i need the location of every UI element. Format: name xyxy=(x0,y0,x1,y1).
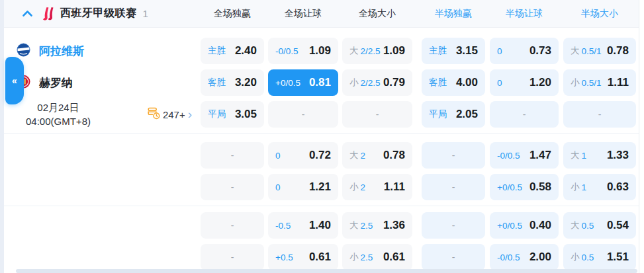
odds-value: 3.15 xyxy=(456,44,478,58)
odds-line-label: 客胜 xyxy=(429,77,447,89)
odds-value: 1.21 xyxy=(309,180,331,194)
odds-line-label: 小0.5 xyxy=(571,251,594,263)
over-under-prefix: 小 xyxy=(349,181,359,193)
odds-value: 2.40 xyxy=(235,44,257,58)
line-value: 2/2.5 xyxy=(361,78,381,88)
odds-line-label: -0/0.5 xyxy=(275,46,299,56)
odds-value: 1.47 xyxy=(529,149,551,162)
odds-line-label: 大2.5 xyxy=(349,219,373,231)
laliga-logo-icon xyxy=(42,7,54,21)
collapse-sidebar-button[interactable]: « xyxy=(5,57,24,104)
odds-cell[interactable]: 大2/2.51.09 xyxy=(342,38,412,64)
odds-value: 1.11 xyxy=(608,76,629,89)
odds-cell[interactable]: -0/0.51.47 xyxy=(490,142,559,169)
horizontal-scrollbar[interactable] xyxy=(16,269,637,273)
odds-cell[interactable]: 小2/2.50.79 xyxy=(342,69,412,96)
line-value: 0 xyxy=(497,46,502,56)
odds-cell[interactable]: 小0.5/11.11 xyxy=(563,69,636,96)
over-under-prefix: 大 xyxy=(349,45,359,57)
over-under-prefix: 小 xyxy=(349,251,359,263)
odds-line-label: +0/0.5 xyxy=(275,78,300,88)
home-team-logo-icon xyxy=(17,43,30,59)
match-datetime: 02月24日 04:00(GMT+8) xyxy=(8,100,109,128)
line-value: 0 xyxy=(275,182,281,192)
odds-cell[interactable]: 大20.78 xyxy=(342,142,412,169)
odds-cell[interactable]: 01.20 xyxy=(490,69,559,96)
odds-cell[interactable]: 小21.11 xyxy=(342,174,412,200)
odds-cell[interactable]: +0/0.50.40 xyxy=(490,212,559,239)
odds-cell[interactable]: 客胜4.00 xyxy=(422,69,485,96)
over-under-prefix: 大 xyxy=(349,219,359,231)
odds-cell[interactable]: 主胜3.15 xyxy=(422,38,485,64)
odds-cell[interactable]: 大0.50.54 xyxy=(563,212,636,239)
odds-value: 1.51 xyxy=(607,251,629,264)
match-left-slot: 赫罗纳 xyxy=(4,69,201,96)
odds-value: 3.05 xyxy=(235,108,257,121)
league-header-left: 西班牙甲级联赛 1 xyxy=(4,7,201,21)
odds-cell[interactable]: -0.51.40 xyxy=(268,212,338,239)
odds-value: 0.63 xyxy=(607,180,629,194)
odds-rows: 阿拉维斯 主胜2.40-0/0.51.09大2/2.51.09主胜3.1500.… xyxy=(4,28,639,270)
odds-cell[interactable]: 小0.51.51 xyxy=(563,244,636,270)
over-under-prefix: 大 xyxy=(571,45,580,57)
odds-line-label: 大0.5 xyxy=(571,219,594,231)
odds-cell[interactable]: 小10.63 xyxy=(563,174,636,200)
odds-line-label: +0/0.5 xyxy=(497,182,522,192)
odds-line-label: -0/0.5 xyxy=(497,151,520,161)
line-value: 2 xyxy=(361,151,366,161)
odds-cell-selected[interactable]: +0/0.50.81 xyxy=(268,69,338,96)
line-value: 平局 xyxy=(429,108,447,120)
column-header-full-0: 全场独赢 xyxy=(201,0,264,27)
line-value: 0 xyxy=(275,151,281,161)
odds-line-label: 大1 xyxy=(571,149,586,161)
odds-cell[interactable]: 大2.51.36 xyxy=(342,212,412,239)
more-markets-link[interactable]: 247+ › xyxy=(148,107,192,122)
home-team-name[interactable]: 阿拉维斯 xyxy=(39,44,84,59)
odds-cell[interactable]: -0/0.52.00 xyxy=(490,244,559,270)
odds-value: 0.72 xyxy=(309,149,331,162)
odds-cell[interactable]: 大11.33 xyxy=(563,142,636,169)
odds-line-label: 大2 xyxy=(349,149,365,161)
odds-value: 1.33 xyxy=(607,149,629,162)
odds-cell-empty: - xyxy=(201,142,264,169)
line-value: 2.5 xyxy=(361,253,373,262)
line-value: 0.5/1 xyxy=(582,78,602,88)
bet-records-icon xyxy=(148,107,160,122)
match-left-slot xyxy=(4,244,201,270)
odds-value: 0.40 xyxy=(529,219,551,232)
odds-value: 1.09 xyxy=(383,44,405,58)
odds-value: 1.11 xyxy=(384,180,405,194)
double-left-chevron-icon: « xyxy=(12,75,17,86)
odds-column-headers: 全场独赢全场让球全场大小半场独赢半场让球半场大小 xyxy=(201,0,636,27)
odds-line-label: +0.5 xyxy=(275,253,293,262)
odds-cell-empty: - xyxy=(490,101,559,128)
odds-line-label: 小2.5 xyxy=(349,251,373,263)
line-value: 主胜 xyxy=(208,45,226,57)
odds-cell[interactable]: 01.21 xyxy=(268,174,338,200)
collapse-league-button[interactable] xyxy=(22,10,33,17)
odds-line-label: +0/0.5 xyxy=(497,221,522,231)
odds-cell[interactable]: 00.72 xyxy=(268,142,338,169)
odds-cell[interactable]: 主胜2.40 xyxy=(201,38,264,64)
line-value: -0/0.5 xyxy=(275,46,299,56)
odds-cell[interactable]: 客胜3.20 xyxy=(201,69,264,96)
odds-line-label: -0/0.5 xyxy=(497,253,520,262)
odds-row: --0.51.40大2.51.36-+0/0.50.40大0.50.54 xyxy=(4,212,639,239)
odds-cell[interactable]: 小2.50.61 xyxy=(342,244,412,270)
column-header-full-2: 全场大小 xyxy=(342,0,412,27)
odds-line-label: 主胜 xyxy=(208,45,226,57)
over-under-prefix: 大 xyxy=(349,149,359,161)
odds-cell[interactable]: 平局3.05 xyxy=(201,101,264,128)
odds-cell[interactable]: +0.50.61 xyxy=(268,244,338,270)
match-left-slot xyxy=(4,142,201,169)
odds-line-label: 0 xyxy=(275,182,281,192)
league-name[interactable]: 西班牙甲级联赛 xyxy=(60,7,137,20)
odds-cell[interactable]: 平局2.05 xyxy=(422,101,485,128)
line-value: 2.5 xyxy=(361,221,373,231)
odds-cell[interactable]: 大0.5/10.78 xyxy=(563,38,636,64)
odds-cell[interactable]: +0/0.50.58 xyxy=(490,174,559,200)
away-team-name[interactable]: 赫罗纳 xyxy=(39,75,73,91)
odds-cell[interactable]: -0/0.51.09 xyxy=(268,38,338,64)
match-date: 02月24日 xyxy=(8,100,109,114)
odds-cell[interactable]: 00.73 xyxy=(490,38,559,64)
